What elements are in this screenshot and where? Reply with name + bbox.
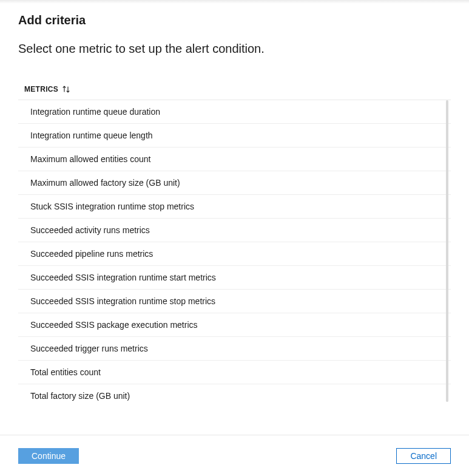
metric-row[interactable]: Maximum allowed factory size (GB unit) (18, 171, 451, 195)
metric-row[interactable]: Maximum allowed entities count (18, 148, 451, 171)
metric-row[interactable]: Integration runtime queue length (18, 124, 451, 148)
metrics-column-header[interactable]: METRICS (18, 85, 451, 100)
footer: Continue Cancel (0, 435, 469, 476)
page-subtitle: Select one metric to set up the alert co… (18, 42, 451, 56)
continue-button[interactable]: Continue (18, 448, 79, 464)
cancel-button[interactable]: Cancel (396, 448, 451, 464)
metric-row[interactable]: Succeeded SSIS package execution metrics (18, 313, 451, 337)
metric-row[interactable]: Stuck SSIS integration runtime stop metr… (18, 195, 451, 219)
metric-row[interactable]: Total factory size (GB unit) (18, 384, 451, 402)
scrollbar[interactable] (446, 100, 448, 402)
sort-icon (62, 86, 70, 93)
metric-row[interactable]: Total entities count (18, 361, 451, 384)
metrics-column-label: METRICS (24, 85, 58, 93)
metric-row[interactable]: Integration runtime queue duration (18, 100, 451, 124)
metric-row[interactable]: Succeeded activity runs metrics (18, 219, 451, 242)
content-area: Add criteria Select one metric to set up… (0, 0, 469, 402)
metric-row[interactable]: Succeeded SSIS integration runtime stop … (18, 290, 451, 313)
page-title: Add criteria (18, 13, 451, 27)
metrics-list: Integration runtime queue durationIntegr… (18, 100, 451, 402)
metrics-list-container: Integration runtime queue durationIntegr… (18, 100, 451, 402)
metric-row[interactable]: Succeeded pipeline runs metrics (18, 242, 451, 266)
metric-row[interactable]: Succeeded trigger runs metrics (18, 337, 451, 361)
metric-row[interactable]: Succeeded SSIS integration runtime start… (18, 266, 451, 290)
